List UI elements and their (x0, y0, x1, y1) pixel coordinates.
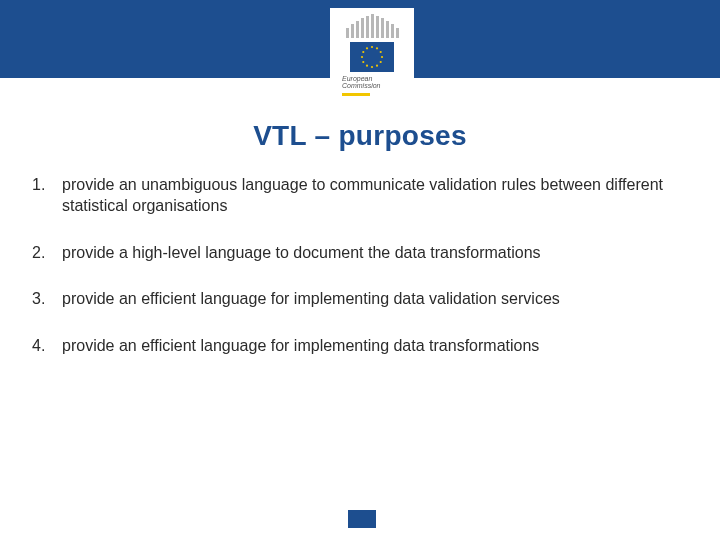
logo-text: European Commission (330, 75, 414, 90)
footer-flag-icon (348, 510, 376, 528)
svg-point-2 (380, 51, 382, 53)
purpose-list: provide an unambiguous language to commu… (28, 175, 692, 357)
list-item: provide a high-level language to documen… (28, 243, 692, 264)
svg-point-7 (366, 65, 368, 67)
list-item: provide an efficient language for implem… (28, 336, 692, 357)
list-item: provide an efficient language for implem… (28, 289, 692, 310)
slide-title: VTL – purposes (0, 120, 720, 152)
svg-point-11 (366, 47, 368, 49)
berlaymont-icon (346, 12, 399, 38)
svg-point-6 (371, 66, 373, 68)
logo-text-line1: European (342, 75, 414, 82)
svg-point-4 (380, 61, 382, 63)
logo-text-line2: Commission (342, 82, 414, 89)
list-item: provide an unambiguous language to commu… (28, 175, 692, 217)
svg-point-10 (362, 51, 364, 53)
ec-logo: European Commission (330, 8, 414, 98)
eu-flag-icon (350, 42, 394, 72)
svg-point-9 (361, 56, 363, 58)
slide: European Commission VTL – purposes provi… (0, 0, 720, 540)
svg-point-8 (362, 61, 364, 63)
svg-point-0 (371, 46, 373, 48)
svg-point-1 (376, 47, 378, 49)
svg-point-3 (381, 56, 383, 58)
svg-point-5 (376, 65, 378, 67)
logo-underline (342, 93, 370, 96)
content: provide an unambiguous language to commu… (28, 175, 692, 383)
